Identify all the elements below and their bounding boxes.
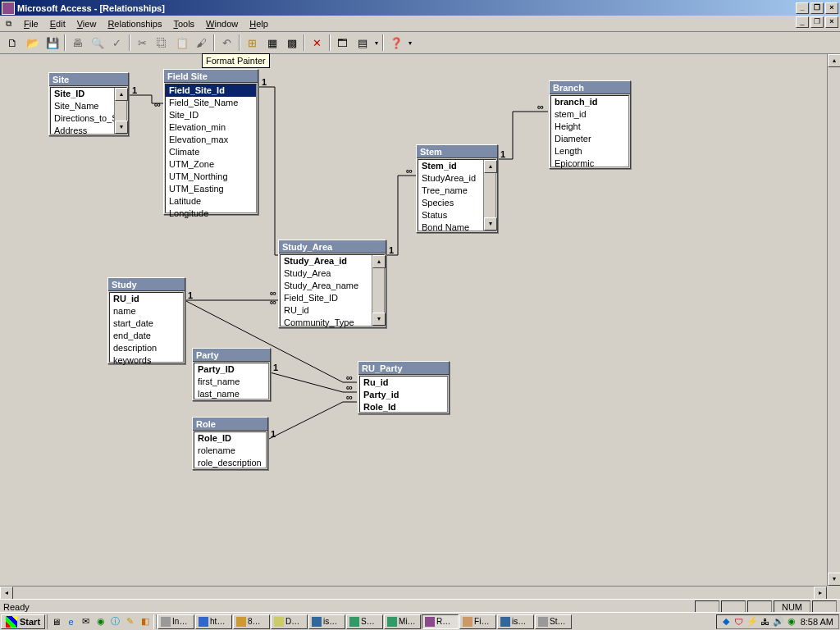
field-row[interactable]: Height: [551, 121, 628, 133]
cut-button[interactable]: ✂: [133, 34, 152, 52]
scroll-up-button[interactable]: ▴: [484, 160, 497, 173]
ql-icon[interactable]: ◉: [94, 614, 107, 628]
field-row[interactable]: stem_id: [551, 108, 628, 121]
ql-outlook-icon[interactable]: ✉: [79, 614, 93, 628]
field-row[interactable]: keywords: [110, 354, 183, 367]
taskbar-task[interactable]: Fi…: [459, 614, 496, 629]
table-ru-party[interactable]: RU_Party Ru_idParty_idRole_Id: [358, 361, 450, 414]
table-party[interactable]: Party Party_IDfirst_namelast_name: [192, 348, 271, 401]
field-row[interactable]: RU_id: [110, 293, 183, 305]
table-header[interactable]: RU_Party: [358, 362, 449, 375]
print-button[interactable]: 🖶: [68, 34, 87, 52]
minimize-button[interactable]: [796, 2, 809, 14]
new-object-button[interactable]: ▤: [353, 34, 372, 52]
menu-file[interactable]: File: [18, 17, 44, 30]
field-row[interactable]: Climate: [166, 146, 256, 158]
field-row[interactable]: Role_ID: [194, 432, 266, 445]
taskbar-task[interactable]: is…: [497, 614, 534, 629]
table-header[interactable]: Field Site: [164, 70, 258, 83]
database-window-button[interactable]: 🗔: [333, 34, 352, 52]
scroll-left-button[interactable]: ◂: [0, 587, 13, 599]
copy-button[interactable]: ⿻: [153, 34, 171, 52]
tray-icon[interactable]: ⚡: [746, 616, 758, 628]
paste-button[interactable]: 📋: [172, 34, 191, 52]
mdi-icon[interactable]: ⧉: [2, 17, 15, 30]
table-study-area[interactable]: Study_Area Study_Area_idStudy_AreaStudy_…: [278, 240, 386, 328]
tray-shield-icon[interactable]: 🛡: [733, 616, 745, 628]
field-row[interactable]: Length: [551, 145, 628, 158]
field-row[interactable]: Field_Site_Name: [166, 97, 256, 109]
table-scrollbar[interactable]: ▴ ▾: [372, 255, 384, 326]
field-row[interactable]: Party_ID: [194, 363, 268, 376]
table-role[interactable]: Role Role_IDrolenamerole_description: [192, 417, 268, 470]
field-row[interactable]: Site_ID: [166, 109, 256, 121]
field-row[interactable]: Field_Site_ID: [281, 292, 384, 304]
field-row[interactable]: branch_id: [551, 96, 628, 108]
table-stem[interactable]: Stem Stem_idStudyArea_idTree_nameSpecies…: [416, 144, 498, 233]
mdi-close-button[interactable]: [825, 16, 838, 28]
preview-button[interactable]: 🔍: [88, 34, 107, 52]
tray-volume-icon[interactable]: 🔊: [773, 616, 784, 628]
field-row[interactable]: Ru_id: [360, 377, 447, 389]
taskbar-task[interactable]: Mi…: [384, 614, 421, 629]
vertical-scrollbar[interactable]: ▴ ▾: [827, 54, 840, 586]
undo-button[interactable]: ↶: [217, 34, 236, 52]
scroll-up-button[interactable]: ▴: [828, 54, 840, 67]
field-row[interactable]: Longitude: [166, 208, 256, 220]
field-row[interactable]: RU_id: [281, 304, 384, 317]
table-study[interactable]: Study RU_idnamestart_dateend_datedescrip…: [107, 277, 185, 364]
scroll-down-button[interactable]: ▾: [484, 217, 497, 231]
close-button[interactable]: [825, 2, 838, 14]
table-header[interactable]: Site: [49, 73, 128, 86]
scroll-up-button[interactable]: ▴: [115, 88, 128, 101]
menu-edit[interactable]: Edit: [44, 17, 71, 30]
start-button[interactable]: Start: [1, 614, 45, 629]
field-row[interactable]: UTM_Northing: [166, 171, 256, 183]
field-row[interactable]: rolename: [194, 445, 266, 457]
table-scrollbar[interactable]: ▴ ▾: [483, 160, 495, 231]
table-field-site[interactable]: Field Site Field_Site_IdField_Site_NameS…: [163, 69, 258, 215]
field-row[interactable]: Party_id: [360, 389, 447, 401]
ql-icon[interactable]: ◧: [138, 614, 152, 628]
menu-tools[interactable]: Tools: [167, 17, 200, 30]
field-row[interactable]: Field_Site_Id: [166, 84, 256, 97]
menu-view[interactable]: View: [71, 17, 103, 30]
field-row[interactable]: Study_Area_id: [281, 255, 384, 267]
table-scrollbar[interactable]: ▴ ▾: [114, 88, 126, 134]
scroll-down-button[interactable]: ▾: [828, 573, 840, 586]
scroll-right-button[interactable]: ▸: [814, 587, 827, 599]
field-row[interactable]: last_name: [194, 388, 268, 400]
field-row[interactable]: end_date: [110, 330, 183, 342]
menu-window[interactable]: Window: [200, 17, 244, 30]
field-row[interactable]: Epicormic: [551, 158, 628, 170]
ql-icon[interactable]: ⓘ: [108, 614, 122, 628]
taskbar-task[interactable]: D…: [271, 614, 308, 629]
table-branch[interactable]: Branch branch_idstem_idHeightDiameterLen…: [549, 80, 631, 169]
taskbar-task[interactable]: R…: [422, 614, 459, 629]
taskbar-task[interactable]: ht…: [195, 614, 232, 629]
taskbar-task[interactable]: In…: [158, 614, 194, 629]
ql-ie-icon[interactable]: e: [64, 614, 78, 628]
taskbar-task[interactable]: St…: [535, 614, 572, 629]
field-row[interactable]: Study_Area: [281, 267, 384, 280]
field-row[interactable]: UTM_Easting: [166, 183, 256, 195]
show-direct-button[interactable]: ▦: [262, 34, 281, 52]
open-button[interactable]: 📂: [23, 34, 42, 52]
field-row[interactable]: UTM_Zone: [166, 158, 256, 171]
field-row[interactable]: Community_Type: [281, 317, 384, 329]
restore-button[interactable]: [810, 2, 824, 14]
show-all-button[interactable]: ▩: [282, 34, 301, 52]
field-row[interactable]: Elevation_max: [166, 134, 256, 146]
table-header[interactable]: Party: [193, 349, 270, 362]
field-row[interactable]: Diameter: [551, 133, 628, 145]
table-header[interactable]: Study_Area: [279, 240, 386, 253]
menu-help[interactable]: Help: [244, 17, 274, 30]
menu-relationships[interactable]: Relationships: [102, 17, 167, 30]
field-row[interactable]: start_date: [110, 317, 183, 330]
mdi-restore-button[interactable]: [810, 16, 824, 28]
format-painter-button[interactable]: 🖌: [192, 34, 211, 52]
help-dropdown[interactable]: ▾: [406, 39, 413, 47]
relationships-canvas[interactable]: 1 ∞ 1 ∞ 1 ∞ 1 ∞ 1 ∞ 1 1 ∞ ∞ ∞ Site Site_…: [0, 54, 827, 586]
field-row[interactable]: name: [110, 305, 183, 317]
scroll-down-button[interactable]: ▾: [115, 121, 128, 134]
